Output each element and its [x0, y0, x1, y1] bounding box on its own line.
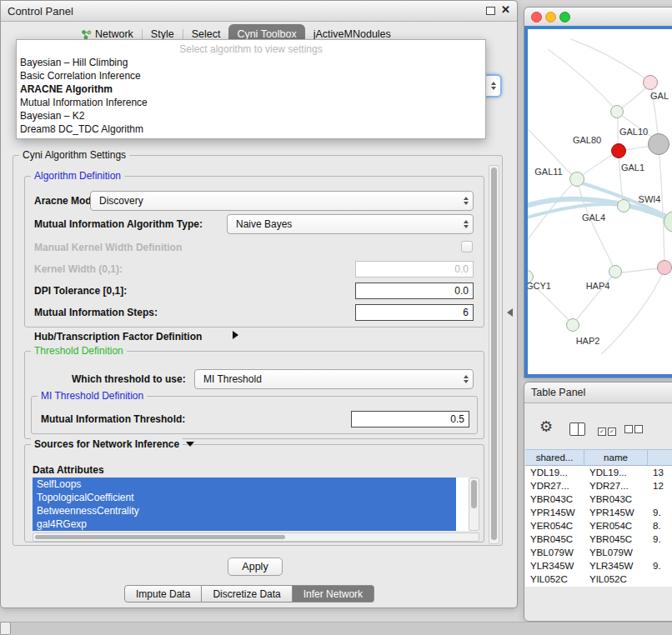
- table-row[interactable]: YIL052C YIL052C: [525, 572, 672, 586]
- manual-kernel-width-checkbox[interactable]: [461, 241, 473, 252]
- menu-item[interactable]: Bayesian – Hill Climbing: [17, 56, 485, 69]
- control-panel-window: Control Panel ✕ Network Style Select Cyn…: [0, 0, 518, 608]
- cyni-settings-group-title: Cyni Algorithm Settings: [19, 149, 129, 161]
- mi-threshold-group-title: MI Threshold Definition: [38, 390, 147, 402]
- network-canvas[interactable]: GAL80 GAL10 GAL11 GAL1 SWI4 GAL4 GCY1 HA…: [524, 26, 672, 378]
- tab-style-label: Style: [151, 28, 174, 40]
- list-horizontal-scrollbar[interactable]: [33, 532, 479, 542]
- network-node-gray[interactable]: [648, 133, 669, 155]
- menu-item[interactable]: Dream8 DC_TDC Algorithm: [17, 122, 485, 136]
- minimized-panel-button[interactable]: [0, 622, 11, 635]
- control-panel-titlebar[interactable]: Control Panel ✕: [1, 1, 517, 22]
- unchecked-box-icon: [634, 425, 643, 433]
- tab-infer-network[interactable]: Infer Network: [293, 585, 374, 602]
- settings-vertical-scrollbar[interactable]: [489, 165, 499, 544]
- control-panel-title: Control Panel: [1, 5, 73, 18]
- table-panel-titlebar[interactable]: Table Panel: [524, 382, 672, 403]
- sources-group-title[interactable]: Sources for Network Inference: [31, 438, 183, 450]
- network-node[interactable]: [610, 105, 624, 118]
- float-panel-button[interactable]: [486, 7, 495, 15]
- node-label: GCY1: [526, 281, 551, 291]
- table-row[interactable]: YDR27... YDR27... 12: [525, 479, 672, 492]
- network-window-titlebar[interactable]: [524, 8, 672, 27]
- table-settings-button[interactable]: ⚙: [539, 418, 553, 436]
- close-window-icon[interactable]: [531, 12, 542, 22]
- list-item[interactable]: SelfLoops: [33, 478, 456, 491]
- data-attributes-list[interactable]: SelfLoops TopologicalCoefficient Between…: [33, 478, 479, 531]
- tab-impute-data-label: Impute Data: [136, 588, 190, 600]
- table-row[interactable]: YBR043C YBR043C: [525, 492, 672, 506]
- list-item[interactable]: gal4RGexp: [33, 518, 456, 531]
- select-columns-button[interactable]: [569, 422, 585, 436]
- close-panel-button[interactable]: ✕: [501, 4, 510, 16]
- node-label: HAP4: [586, 281, 610, 291]
- tab-infer-network-label: Infer Network: [303, 588, 363, 600]
- table-row[interactable]: YBR045C YBR045C 9.: [525, 532, 672, 546]
- table-cell: YBR043C: [525, 494, 584, 504]
- table-cell: 13: [648, 468, 672, 478]
- algorithm-definition-title: Algorithm Definition: [31, 170, 124, 182]
- data-attributes-label: Data Attributes: [33, 464, 104, 476]
- network-node[interactable]: [643, 75, 658, 90]
- node-label: SWI4: [639, 194, 661, 204]
- sources-collapse-arrow-icon[interactable]: [186, 442, 194, 447]
- column-header[interactable]: [648, 450, 672, 465]
- list-item[interactable]: TopologicalCoefficient: [33, 491, 456, 504]
- apply-button[interactable]: Apply: [228, 558, 283, 576]
- table-row[interactable]: YER054C YER054C 8.: [525, 519, 672, 532]
- table-cell: YPR145W: [525, 508, 584, 518]
- scrollbar-thumb[interactable]: [491, 168, 497, 540]
- mi-algorithm-type-combobox[interactable]: Naive Bayes: [227, 214, 474, 234]
- mi-steps-field[interactable]: 6: [355, 304, 474, 321]
- column-header[interactable]: shared...: [525, 450, 584, 465]
- deselect-all-rows-button[interactable]: [624, 424, 644, 436]
- table-row[interactable]: YBL079W YBL079W: [525, 546, 672, 559]
- aracne-mode-combobox[interactable]: Discovery: [90, 191, 474, 211]
- network-node[interactable]: [657, 260, 672, 275]
- network-node[interactable]: [569, 172, 584, 187]
- dpi-tolerance-label: DPI Tolerance [0,1]:: [34, 285, 127, 297]
- which-threshold-combobox[interactable]: MI Threshold: [194, 369, 474, 389]
- menu-item[interactable]: Bayesian – K2: [17, 109, 485, 122]
- menu-item-selected[interactable]: ARACNE Algorithm: [17, 82, 485, 96]
- network-node[interactable]: [609, 265, 622, 278]
- hub-section-label[interactable]: Hub/Transcription Factor Definition: [34, 331, 202, 342]
- close-icon: ✕: [501, 3, 510, 16]
- network-node[interactable]: [566, 318, 579, 332]
- mi-threshold-field[interactable]: 0.5: [351, 411, 469, 428]
- bottom-desktop-band: [0, 622, 672, 635]
- list-vertical-scrollbar[interactable]: [469, 478, 479, 531]
- minimize-window-icon[interactable]: [545, 12, 556, 22]
- unchecked-box-icon: [624, 425, 633, 433]
- table-row[interactable]: YLR345W YLR345W 9.: [525, 559, 672, 572]
- table-cell: YBR045C: [584, 534, 648, 544]
- column-header[interactable]: name: [584, 450, 648, 465]
- table-cell: YDR27...: [525, 481, 584, 491]
- table-cell: YIL052C: [584, 574, 648, 584]
- zoom-window-icon[interactable]: [559, 12, 570, 22]
- network-node-selected-red[interactable]: [611, 143, 626, 158]
- table-cell: YDR27...: [584, 481, 648, 491]
- tab-impute-data[interactable]: Impute Data: [124, 585, 202, 602]
- kernel-width-field[interactable]: 0.0: [355, 261, 474, 278]
- scrollbar-thumb[interactable]: [35, 535, 285, 539]
- table-cell: YIL052C: [525, 574, 584, 584]
- tab-discretize-data[interactable]: Discretize Data: [202, 585, 292, 602]
- select-all-rows-button[interactable]: ✓✓: [598, 424, 618, 436]
- node-label: GAL11: [534, 167, 562, 177]
- dpi-tolerance-field[interactable]: 0.0: [355, 282, 474, 299]
- scrollbar-thumb[interactable]: [471, 480, 477, 508]
- table-header: shared... name: [525, 449, 672, 466]
- table-row[interactable]: YPR145W YPR145W 9.: [525, 506, 672, 519]
- hub-expand-arrow-icon[interactable]: [233, 331, 238, 339]
- table-cell: 9.: [648, 508, 672, 518]
- menu-item[interactable]: Basic Correlation Inference: [17, 69, 485, 82]
- panel-collapse-arrow-icon[interactable]: [507, 308, 513, 317]
- menu-item[interactable]: Mutual Information Inference: [17, 96, 485, 109]
- table-row[interactable]: YDL19... YDL19... 13: [525, 466, 672, 479]
- network-view-window: GAL80 GAL10 GAL11 GAL1 SWI4 GAL4 GCY1 HA…: [524, 7, 672, 378]
- table-cell: YBR045C: [525, 534, 584, 544]
- network-node[interactable]: [617, 199, 630, 212]
- manual-kernel-width-label: Manual Kernel Width Definition: [34, 242, 182, 253]
- list-item[interactable]: BetweennessCentrality: [33, 504, 456, 518]
